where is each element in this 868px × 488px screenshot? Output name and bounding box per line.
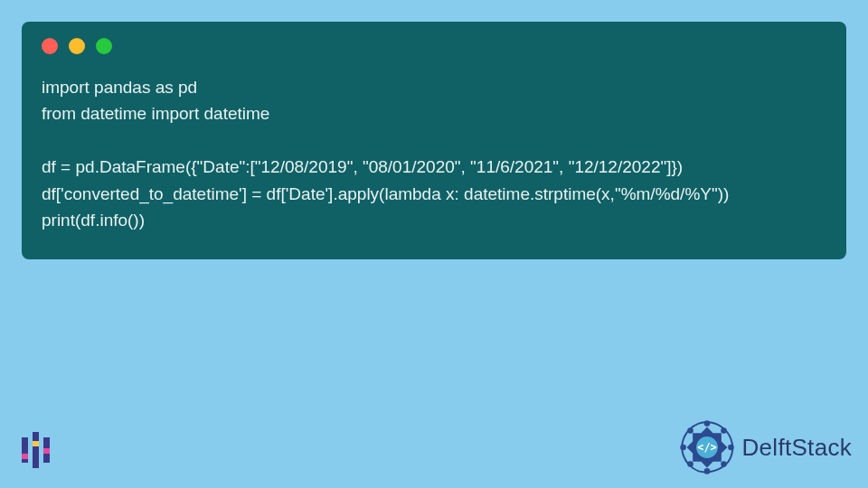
- right-brand-logo: </> DelftStack: [677, 418, 853, 477]
- svg-point-13: [687, 427, 693, 434]
- code-line: print(df.info()): [42, 211, 145, 230]
- code-line: from datetime import datetime: [42, 104, 269, 123]
- left-brand-logo: [13, 425, 63, 475]
- code-body: import pandas as pd from datetime import…: [22, 63, 846, 234]
- svg-point-12: [680, 445, 686, 451]
- code-line: df = pd.DataFrame({"Date":["12/08/2019",…: [42, 157, 683, 176]
- code-window: import pandas as pd from datetime import…: [22, 22, 846, 259]
- code-line: import pandas as pd: [42, 78, 197, 97]
- svg-point-10: [703, 468, 710, 474]
- svg-rect-3: [33, 441, 39, 446]
- svg-rect-5: [43, 448, 50, 454]
- svg-rect-1: [22, 454, 28, 459]
- svg-rect-2: [33, 432, 39, 468]
- minimize-icon[interactable]: [69, 38, 85, 54]
- code-line: df['converted_to_datetime'] = df['Date']…: [42, 184, 729, 203]
- svg-point-11: [687, 461, 693, 467]
- close-icon[interactable]: [42, 38, 58, 54]
- svg-point-8: [728, 445, 734, 451]
- window-titlebar: [22, 22, 846, 63]
- brand-name: DelftStack: [742, 434, 853, 462]
- bars-icon: [16, 428, 60, 472]
- svg-point-7: [721, 427, 727, 434]
- svg-point-6: [703, 420, 710, 427]
- delftstack-emblem-icon: </>: [677, 418, 737, 477]
- maximize-icon[interactable]: [96, 38, 112, 54]
- svg-point-9: [721, 461, 727, 467]
- svg-text:</>: </>: [697, 441, 716, 454]
